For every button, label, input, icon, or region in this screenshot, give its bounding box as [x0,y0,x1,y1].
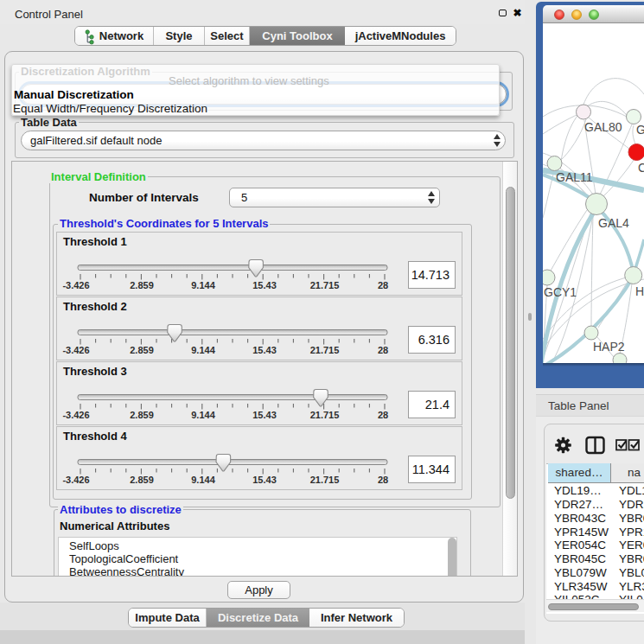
svg-text:21.715: 21.715 [310,475,340,485]
svg-text:15.43: 15.43 [252,280,277,290]
svg-text:GAL11: GAL11 [556,170,593,184]
svg-text:21.715: 21.715 [310,345,340,355]
svg-text:28: 28 [378,280,388,290]
svg-text:HAP2: HAP2 [593,340,625,354]
svg-text:9.144: 9.144 [191,345,215,355]
svg-text:28: 28 [378,410,388,420]
svg-text:-3.426: -3.426 [62,475,89,485]
svg-text:-3.426: -3.426 [62,410,89,420]
svg-text:GCY1: GCY1 [544,285,577,299]
svg-text:-3.426: -3.426 [62,280,89,290]
svg-text:21.715: 21.715 [310,280,340,290]
svg-text:9.144: 9.144 [191,410,215,420]
svg-text:15.43: 15.43 [252,410,277,420]
svg-text:2.859: 2.859 [130,280,154,290]
svg-text:CY: CY [638,161,644,175]
svg-text:9.144: 9.144 [191,475,215,485]
svg-text:HA: HA [635,284,644,298]
svg-text:28: 28 [378,475,388,485]
svg-text:-3.426: -3.426 [62,345,89,355]
svg-text:21.715: 21.715 [310,410,340,420]
svg-text:2.859: 2.859 [130,345,154,355]
svg-text:GAL4: GAL4 [598,216,629,230]
svg-text:GA: GA [636,123,644,137]
svg-text:2.859: 2.859 [130,475,154,485]
svg-text:GAL80: GAL80 [584,120,622,134]
svg-text:15.43: 15.43 [252,475,277,485]
svg-text:28: 28 [378,345,388,355]
svg-text:9.144: 9.144 [191,280,215,290]
svg-text:15.43: 15.43 [252,345,277,355]
svg-text:2.859: 2.859 [130,410,154,420]
